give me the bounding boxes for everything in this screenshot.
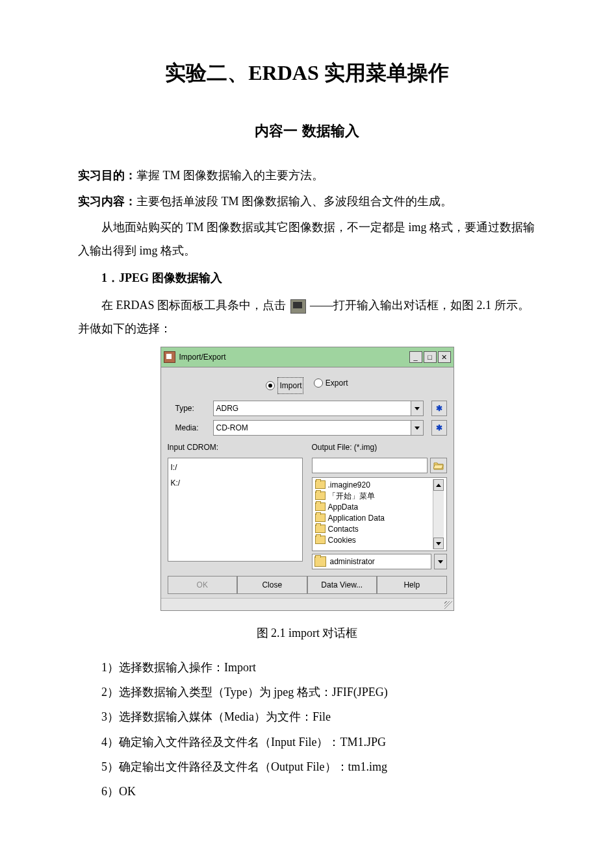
scroll-up-button[interactable] [433,479,444,491]
dialog-button-row: OK Close Data View... Help [168,576,447,594]
drive-listbox[interactable]: I:/ K:/ [168,458,303,562]
type-label: Type: [168,401,208,416]
import-radio[interactable]: Import [266,377,303,394]
step-item: 1）选择数据输入操作：Import [101,656,536,678]
folder-listbox[interactable]: .imagine920 「开始」菜单 AppData Application D… [312,477,447,551]
folder-name: Cookies [328,532,356,548]
step-item: 5）确定输出文件路径及文件名（Output File）：tm1.img [101,756,536,778]
step-item: 2）选择数据输入类型（Type）为 jpeg 格式：JFIF(JPEG) [101,681,536,703]
page-subtitle: 内容一 数据输入 [78,117,536,145]
dialog-title: Import/Export [179,349,408,365]
output-label: Output File: (*.img) [312,440,447,455]
media-combo[interactable]: CD-ROM [213,420,424,436]
content-text: 主要包括单波段 TM 图像数据输入、多波段组合文件的生成。 [136,195,452,208]
folder-icon [315,502,326,511]
media-star-button[interactable]: ✱ [431,420,447,436]
path-dropdown-button[interactable] [434,554,447,569]
type-star-button[interactable]: ✱ [431,401,447,416]
path-row: administrator [312,554,447,569]
folder-icon [315,525,326,533]
purpose-line: 实习目的：掌握 TM 图像数据输入的主要方法。 [78,164,536,187]
scroll-down-button[interactable] [433,538,444,549]
browse-button[interactable] [430,458,447,473]
dialog-figure: Import/Export _ □ ✕ Import Export [78,347,536,611]
output-file-input[interactable] [312,458,428,473]
media-row: Media: CD-ROM ✱ [168,420,447,436]
type-dropdown-button[interactable] [411,401,424,416]
step-item: 3）选择数据输入媒体（Media）为文件：File [101,706,536,728]
import-radio-label: Import [277,377,303,394]
drive-item[interactable]: K:/ [171,475,300,491]
media-label: Media: [168,420,208,436]
dialog-titlebar[interactable]: Import/Export _ □ ✕ [161,347,454,367]
step-item: 4）确定输入文件路径及文件名（Input File）：TM1.JPG [101,731,536,753]
folder-icon [315,491,326,500]
app-icon [164,351,175,363]
dialog-body: Import Export Type: ADRG ✱ [161,367,454,598]
step-item: 6）OK [101,780,536,802]
status-bar [161,598,454,610]
media-dropdown-button[interactable] [411,420,424,436]
folder-list-inner: .imagine920 「开始」菜单 AppData Application D… [315,479,430,549]
content-label: 实习内容： [78,195,136,208]
purpose-text: 掌握 TM 图像数据输入的主要方法。 [136,169,324,182]
open-folder-icon [314,556,326,567]
step-list: 1）选择数据输入操作：Import 2）选择数据输入类型（Type）为 jpeg… [101,656,536,802]
folder-icon [315,514,326,522]
path-value: administrator [330,554,375,569]
export-radio-label: Export [326,375,348,391]
input-panel: Input CDROM: I:/ K:/ [168,440,303,569]
radio-empty-icon [314,378,323,388]
purpose-label: 实习目的： [78,169,136,182]
scroll-track[interactable] [433,491,444,538]
folder-item[interactable]: Cookies [315,534,430,545]
figure-caption: 图 2.1 import 对话框 [78,621,536,645]
maximize-button[interactable]: □ [424,351,437,363]
page-title: 实验二、ERDAS 实用菜单操作 [78,52,536,93]
help-button[interactable]: Help [377,576,447,594]
intro-para-1: 从地面站购买的 TM 图像数据或其它图像数据，不一定都是 img 格式，要通过数… [78,216,536,262]
ok-button[interactable]: OK [168,576,238,594]
input-label: Input CDROM: [168,440,303,455]
type-row: Type: ADRG ✱ [168,401,447,416]
path-combo[interactable]: administrator [312,554,431,569]
import-toolbar-icon [290,299,306,314]
intro2a: 在 ERDAS 图标面板工具条中，点击 [101,299,286,312]
section-1-heading: 1．JPEG 图像数据输入 [78,266,536,290]
folder-scrollbar[interactable] [433,479,444,549]
content-line: 实习内容：主要包括单波段 TM 图像数据输入、多波段组合文件的生成。 [78,190,536,213]
type-value[interactable]: ADRG [213,401,411,416]
open-folder-icon [433,461,444,470]
radio-dot-icon [266,381,275,390]
folder-icon [315,480,326,489]
minimize-button[interactable]: _ [409,351,422,363]
intro-para-2: 在 ERDAS 图标面板工具条中，点击 ——打开输入输出对话框，如图 2.1 所… [78,293,536,340]
data-view-button[interactable]: Data View... [307,576,377,594]
import-export-dialog: Import/Export _ □ ✕ Import Export [160,347,454,611]
folder-icon [315,536,326,544]
media-value[interactable]: CD-ROM [213,420,411,436]
close-button[interactable]: Close [237,576,307,594]
mode-radio-group: Import Export [168,375,447,394]
type-combo[interactable]: ADRG [213,401,424,416]
file-panels: Input CDROM: I:/ K:/ Output File: (*.img… [168,440,447,569]
output-panel: Output File: (*.img) [312,440,447,569]
close-window-button[interactable]: ✕ [438,351,451,363]
export-radio[interactable]: Export [314,375,348,391]
output-file-row [312,458,447,473]
drive-item[interactable]: I:/ [171,460,300,475]
